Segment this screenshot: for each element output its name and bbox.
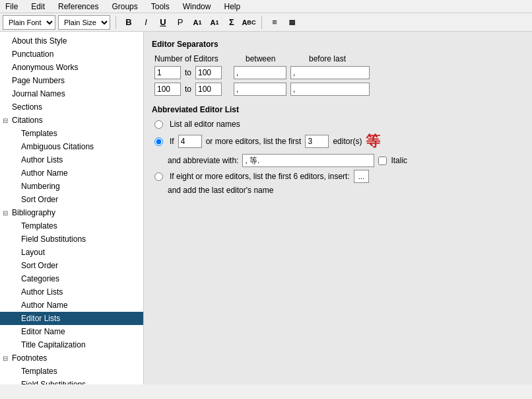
expander-about	[3, 38, 12, 45]
chinese-char-icon: 等	[366, 131, 380, 151]
sidebar-label-pagenumbers: Page Numbers	[12, 76, 143, 85]
expander-bib-templates	[12, 223, 21, 230]
align-left-button[interactable]: ≡	[267, 15, 282, 30]
bold-button[interactable]: B	[121, 15, 136, 30]
menu-window[interactable]: Window	[180, 1, 214, 13]
expander-pagenumbers	[3, 77, 12, 85]
menu-references[interactable]: References	[55, 1, 101, 13]
expander-bib-fieldsubs	[12, 236, 21, 243]
sidebar-label-fn-fieldsubs: Field Substitutions	[21, 380, 143, 384]
sidebar-item-bib-layout[interactable]: Layout	[0, 246, 143, 259]
expander-bib-categories	[12, 275, 21, 283]
sidebar-item-footnotes[interactable]: ⊟ Footnotes	[0, 351, 143, 365]
sidebar-item-fn-fieldsubs[interactable]: Field Substitutions	[0, 378, 143, 384]
editors-from-2[interactable]	[154, 83, 181, 96]
menu-edit[interactable]: Edit	[28, 1, 48, 13]
underline-button[interactable]: U	[156, 15, 170, 30]
sidebar-label-sections: Sections	[12, 102, 143, 112]
sidebar-label-bib-fieldsubs: Field Substitutions	[21, 235, 143, 244]
radio-eight-or-more[interactable]	[154, 172, 163, 181]
sidebar-item-bib-fieldsubs[interactable]: Field Substitutions	[0, 233, 143, 246]
italic-button[interactable]: I	[139, 15, 153, 30]
sidebar-label-cit-ambiguous: Ambiguous Citations	[21, 142, 143, 151]
sidebar-item-bib-authorlists[interactable]: Author Lists	[0, 285, 143, 299]
between-input-2[interactable]	[234, 83, 286, 96]
expander-footnotes: ⊟	[3, 355, 12, 362]
before-last-input-1[interactable]	[290, 66, 370, 79]
expander-cit-sortorder	[12, 196, 21, 203]
sidebar-label-cit-templates: Templates	[21, 129, 143, 138]
eight-or-more-label: If eight or more editors, list the first…	[170, 172, 350, 181]
expander-cit-ambiguous	[12, 143, 21, 151]
sidebar-item-pagenumbers[interactable]: Page Numbers	[0, 74, 143, 87]
sidebar-item-anonymous[interactable]: Anonymous Works	[0, 61, 143, 74]
sidebar-item-sections[interactable]: Sections	[0, 100, 143, 114]
sidebar-item-cit-sortorder[interactable]: Sort Order	[0, 193, 143, 206]
menu-groups[interactable]: Groups	[109, 1, 140, 13]
expander-bib-sortorder	[12, 262, 21, 270]
menu-file[interactable]: File	[3, 1, 20, 13]
expander-punctuation	[3, 51, 12, 58]
sidebar-item-bib-editorlists[interactable]: Editor Lists ◄	[0, 312, 143, 325]
main-content: About this Style Punctuation Anonymous W…	[0, 32, 532, 384]
list-first-input[interactable]	[305, 135, 329, 148]
sidebar-item-bib-authorname[interactable]: Author Name	[0, 299, 143, 312]
editors-count-input[interactable]	[178, 135, 202, 148]
sidebar-label-cit-sortorder: Sort Order	[21, 195, 143, 204]
sidebar-item-bib-sortorder[interactable]: Sort Order	[0, 259, 143, 272]
expander-citations: ⊟	[3, 117, 12, 124]
toolbar: Plain Font Plain Size B I U P A1 A1 Σ AB…	[0, 13, 532, 32]
sidebar-item-bib-templates[interactable]: Templates	[0, 219, 143, 233]
font-select[interactable]: Plain Font	[3, 15, 55, 30]
sidebar-item-cit-ambiguous[interactable]: Ambiguous Citations	[0, 140, 143, 153]
subscript-button[interactable]: A1	[207, 15, 222, 30]
expander-cit-numbering	[12, 183, 21, 190]
sidebar-item-punctuation[interactable]: Punctuation	[0, 48, 143, 61]
sidebar-item-cit-templates[interactable]: Templates	[0, 127, 143, 140]
if-label: If	[170, 137, 174, 146]
editors-to-1[interactable]	[195, 66, 222, 79]
sidebar-label-cit-authorlists: Author Lists	[21, 155, 143, 164]
sigma-button[interactable]: Σ	[224, 15, 239, 30]
sidebar-item-cit-authorname[interactable]: Author Name	[0, 166, 143, 180]
sidebar-item-bib-titlecap[interactable]: Title Capitalization	[0, 338, 143, 351]
sidebar-item-bibliography[interactable]: ⊟ Bibliography	[0, 206, 143, 219]
sidebar-label-bib-authorname: Author Name	[21, 301, 143, 310]
editors-to-2[interactable]	[195, 83, 222, 96]
sidebar-item-journalnames[interactable]: Journal Names	[0, 87, 143, 100]
sidebar-label-bib-editorname: Editor Name	[21, 327, 143, 336]
list-all-label: List all editor names	[170, 120, 240, 129]
header-num-editors: Number of Editors	[154, 54, 234, 63]
abc-button[interactable]: ABC	[242, 15, 256, 30]
editors-from-1[interactable]	[154, 66, 181, 79]
expander-fn-templates	[12, 368, 21, 375]
plain-button[interactable]: P	[173, 15, 187, 30]
radio-if-count[interactable]	[154, 137, 163, 146]
expander-anonymous	[3, 64, 12, 71]
superscript-button[interactable]: A1	[190, 15, 205, 30]
to-label-2: to	[185, 85, 191, 94]
abbreviate-with-label: and abbreviate with:	[168, 156, 238, 165]
abbreviated-editor-list-section: Abbreviated Editor List List all editor …	[152, 105, 524, 195]
between-input-1[interactable]	[234, 66, 286, 79]
sidebar-item-fn-templates[interactable]: Templates	[0, 365, 143, 378]
before-last-input-2[interactable]	[290, 83, 370, 96]
menu-tools[interactable]: Tools	[149, 1, 172, 13]
sidebar: About this Style Punctuation Anonymous W…	[0, 32, 144, 384]
italic-checkbox[interactable]	[378, 157, 387, 165]
align-justify-button[interactable]: ≣	[284, 15, 299, 30]
expander-bibliography: ⊟	[3, 209, 12, 217]
abbreviate-with-input[interactable]	[242, 154, 374, 167]
sidebar-item-bib-editorname[interactable]: Editor Name	[0, 325, 143, 338]
sidebar-item-cit-authorlists[interactable]: Author Lists	[0, 153, 143, 166]
insert-ellipsis-button[interactable]: ...	[354, 170, 369, 183]
menu-help[interactable]: Help	[221, 1, 243, 13]
sidebar-item-about[interactable]: About this Style	[0, 34, 143, 48]
expander-cit-templates	[12, 130, 21, 137]
sidebar-item-bib-categories[interactable]: Categories	[0, 272, 143, 285]
sidebar-item-cit-numbering[interactable]: Numbering	[0, 180, 143, 193]
size-select[interactable]: Plain Size	[58, 15, 110, 30]
sidebar-item-citations[interactable]: ⊟ Citations	[0, 114, 143, 127]
italic-label: Italic	[391, 156, 407, 165]
radio-list-all[interactable]	[154, 120, 163, 129]
